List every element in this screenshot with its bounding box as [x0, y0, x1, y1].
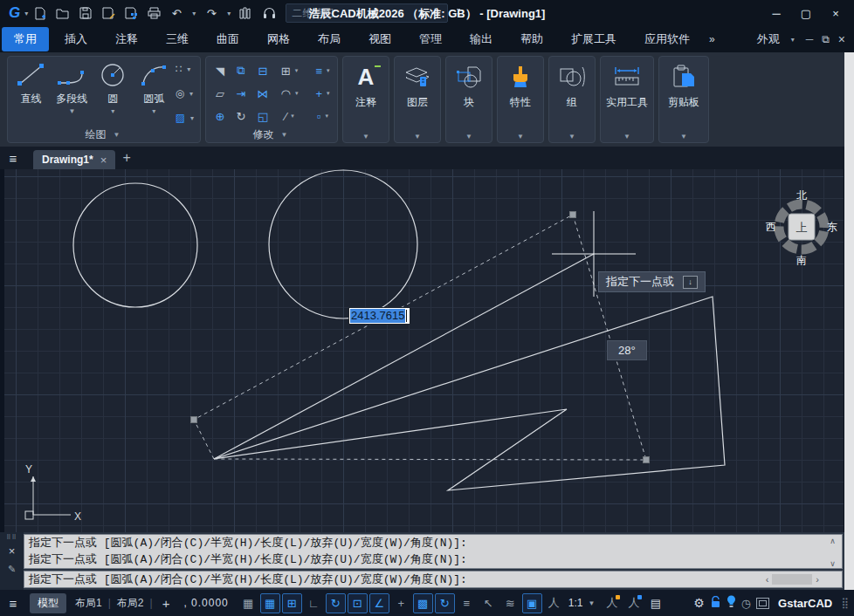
- block-caret-icon[interactable]: ▼: [446, 130, 492, 142]
- layers-caret-icon[interactable]: ▼: [395, 130, 440, 142]
- command-edit-icon[interactable]: ✎: [8, 564, 16, 575]
- tab-3d[interactable]: 三维: [154, 27, 201, 51]
- scroll-left-icon[interactable]: ‹: [766, 574, 769, 585]
- layers-panel[interactable]: 图层 ▼: [394, 56, 441, 143]
- hardware-acceleration-bulb-icon[interactable]: [727, 595, 736, 611]
- scroll-down-icon[interactable]: ∨: [830, 559, 836, 568]
- properties-caret-icon[interactable]: ▼: [498, 130, 543, 142]
- clipboard-caret-icon[interactable]: ▼: [659, 130, 708, 142]
- point-style-button[interactable]: ∷▾: [176, 61, 196, 77]
- crosshair-toggle[interactable]: +: [391, 593, 411, 613]
- stretch-button[interactable]: ⇥: [237, 87, 246, 100]
- workspace-dropdown[interactable]: 二维草图 ▾: [286, 3, 448, 23]
- mdi-restore-button[interactable]: ⧉: [822, 33, 830, 45]
- snap-to-grid-toggle[interactable]: ▦: [238, 593, 258, 613]
- group-caret-icon[interactable]: ▼: [549, 130, 595, 142]
- tab-express-tools[interactable]: 扩展工具: [559, 27, 629, 51]
- status-menu-icon[interactable]: ≡: [0, 596, 26, 611]
- appearance-button[interactable]: 外观: [757, 31, 780, 47]
- save-button[interactable]: [76, 3, 95, 23]
- copy-button[interactable]: ⧉: [237, 64, 244, 78]
- drawing-canvas[interactable]: Y X 上 北 西 东 南 2413.7615 指定下一点或 ↓: [4, 169, 844, 532]
- move-point-button[interactable]: +▾: [315, 87, 332, 100]
- block-panel[interactable]: 块 ▼: [445, 56, 492, 143]
- ortho-mode-toggle[interactable]: ∟: [304, 593, 324, 613]
- command-history[interactable]: 指定下一点或 [圆弧(A)/闭合(C)/半宽(H)/长度(L)/放弃(U)/宽度…: [24, 534, 843, 569]
- isolate-objects-icon[interactable]: ◷: [741, 597, 751, 610]
- command-close-icon[interactable]: ×: [9, 544, 16, 558]
- isometric-draft-toggle[interactable]: ∠: [369, 593, 389, 613]
- annotation-caret-icon[interactable]: ▼: [343, 130, 389, 142]
- mirror-button[interactable]: ⋈: [258, 87, 269, 100]
- array-button[interactable]: ⊞▾: [281, 65, 300, 78]
- model-tab[interactable]: 模型: [30, 593, 66, 613]
- maximize-button[interactable]: ▢: [795, 3, 817, 23]
- open-file-button[interactable]: [53, 3, 72, 23]
- erase-button[interactable]: ◥: [216, 65, 224, 78]
- doc-tab-close-icon[interactable]: ×: [100, 154, 107, 167]
- annotation-monitor-toggle[interactable]: 人: [544, 593, 564, 613]
- tab-overflow-icon[interactable]: »: [704, 33, 720, 45]
- new-doc-tab-button[interactable]: +: [115, 147, 138, 169]
- undo-caret-icon[interactable]: ▾: [192, 10, 196, 17]
- layout1-tab[interactable]: 布局1: [70, 593, 107, 613]
- grid-display-toggle[interactable]: ▦: [260, 593, 280, 613]
- polar-tracking-toggle[interactable]: ↻: [326, 593, 346, 613]
- arc-button[interactable]: 圆弧 ▾: [134, 59, 174, 127]
- donut-button[interactable]: ◎▾: [176, 86, 196, 101]
- support-headset-icon[interactable]: [259, 3, 279, 23]
- mdi-minimize-button[interactable]: ─: [806, 33, 814, 45]
- close-button[interactable]: ×: [824, 3, 847, 23]
- redo-button[interactable]: ↷: [202, 3, 221, 23]
- tab-output[interactable]: 输出: [458, 27, 505, 51]
- circle-button[interactable]: 圆 ▾: [93, 59, 133, 127]
- polyline-button[interactable]: 多段线 ▼: [52, 59, 92, 127]
- selection-button[interactable]: ▫▾: [317, 110, 331, 123]
- new-file-button[interactable]: [31, 3, 50, 23]
- app-logo-icon[interactable]: G: [9, 4, 20, 22]
- tab-surface[interactable]: 曲面: [204, 27, 251, 51]
- fillet-button[interactable]: ◠▾: [281, 87, 301, 100]
- view-compass[interactable]: 上 北 西 东 南: [761, 186, 842, 266]
- scrollbar-thumb[interactable]: [772, 574, 812, 585]
- scroll-up-icon[interactable]: ∧: [830, 537, 836, 545]
- tab-manage[interactable]: 管理: [407, 27, 454, 51]
- logo-menu-caret-icon[interactable]: ▾: [24, 10, 28, 17]
- annotation-list-button[interactable]: ▤: [645, 593, 665, 613]
- doc-tab-drawing1[interactable]: Drawing1* ×: [33, 150, 115, 169]
- annotation-scale-dropdown[interactable]: 1:1 ▼: [568, 597, 598, 609]
- utilities-panel[interactable]: 实用工具 ▼: [600, 56, 654, 143]
- ui-lock-icon[interactable]: [710, 596, 721, 611]
- mdi-close-button[interactable]: ×: [838, 32, 845, 46]
- selection-cycling-toggle[interactable]: ↖: [479, 593, 499, 613]
- tab-apps[interactable]: 应用软件: [632, 27, 702, 51]
- object-snap-tracking-toggle[interactable]: ↻: [435, 593, 455, 613]
- tab-home[interactable]: 常用: [2, 27, 49, 51]
- lineweight-toggle[interactable]: ≡: [457, 593, 477, 613]
- clean-screen-icon[interactable]: [756, 598, 769, 609]
- utilities-caret-icon[interactable]: ▼: [601, 130, 653, 142]
- modify-panel-title[interactable]: 修改▼: [206, 127, 337, 142]
- tab-mesh[interactable]: 网格: [255, 27, 302, 51]
- hatch-button[interactable]: ▨▾: [176, 110, 196, 126]
- tab-insert[interactable]: 插入: [52, 27, 100, 51]
- command-horizontal-scrollbar[interactable]: ‹ ›: [766, 573, 819, 585]
- annotation-panel[interactable]: A 注释 ▼: [342, 56, 389, 143]
- undo-button[interactable]: ↶: [167, 3, 186, 23]
- quick-properties-toggle[interactable]: ≋: [500, 593, 520, 613]
- tab-help[interactable]: 帮助: [508, 27, 555, 51]
- layout2-tab[interactable]: 布局2: [112, 593, 149, 613]
- batch-plot-icon[interactable]: [237, 3, 256, 23]
- print-button[interactable]: [144, 3, 163, 23]
- properties-panel[interactable]: 特性 ▼: [497, 56, 544, 143]
- scale-button[interactable]: ◱: [258, 110, 268, 123]
- command-drag-grip-icon[interactable]: ⠿⠿: [6, 534, 17, 541]
- align-button[interactable]: ≡▾: [315, 65, 332, 78]
- qat-customize-caret-icon[interactable]: ▾: [457, 9, 460, 18]
- settings-gear-icon[interactable]: ⚙: [693, 596, 705, 610]
- line-button[interactable]: 直线: [11, 59, 51, 127]
- mirror-copy-button[interactable]: ⊟: [258, 65, 268, 78]
- annotation-visibility-toggle[interactable]: 人: [602, 593, 622, 613]
- trim-button[interactable]: ⁄▾: [285, 110, 297, 123]
- save-as-button[interactable]: [99, 3, 118, 23]
